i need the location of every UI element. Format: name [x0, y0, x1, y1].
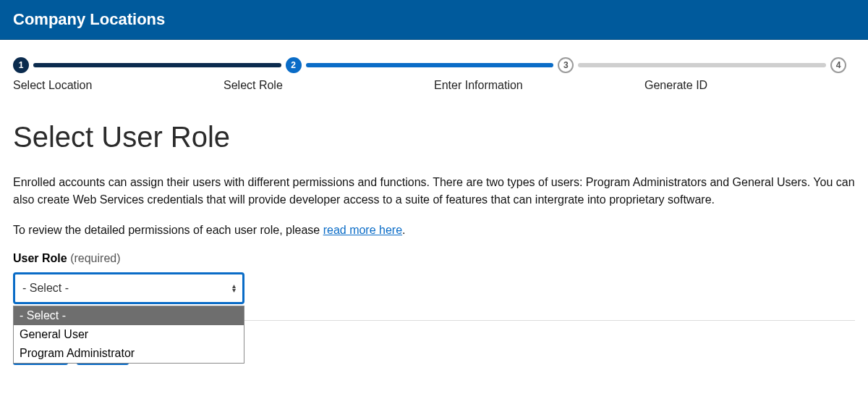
user-role-select-value: - Select -	[22, 282, 69, 295]
intro-paragraph-2: To review the detailed permissions of ea…	[13, 222, 855, 239]
intro-paragraph-2-prefix: To review the detailed permissions of ea…	[13, 224, 323, 236]
step-1-label: Select Location	[13, 79, 224, 92]
user-role-option-general-user[interactable]: General User	[14, 325, 244, 344]
progress-stepper-labels: Select Location Select Role Enter Inform…	[13, 79, 855, 92]
step-3-label: Enter Information	[434, 79, 644, 92]
step-4-circle: 4	[830, 57, 846, 73]
step-1-bar	[33, 63, 281, 67]
user-role-dropdown: - Select - General User Program Administ…	[13, 306, 244, 364]
step-2-circle: 2	[286, 57, 302, 73]
page-header: Company Locations	[0, 0, 868, 40]
user-role-label-text: User Role	[13, 252, 67, 264]
user-role-required: (required)	[70, 252, 120, 264]
user-role-select[interactable]: - Select -	[13, 272, 244, 304]
step-4-label: Generate ID	[644, 79, 855, 92]
step-2-bar	[306, 63, 554, 67]
step-3-circle: 3	[558, 57, 574, 73]
intro-paragraph-1: Enrolled accounts can assign their users…	[13, 174, 855, 209]
page-header-title: Company Locations	[13, 10, 165, 28]
page-title: Select User Role	[13, 121, 855, 154]
step-2-label: Select Role	[224, 79, 434, 92]
step-3-bar	[578, 63, 826, 67]
intro-paragraph-2-suffix: .	[402, 224, 405, 236]
read-more-link[interactable]: read more here	[323, 224, 402, 236]
user-role-option-select[interactable]: - Select -	[14, 306, 244, 325]
step-1-circle: 1	[13, 57, 29, 73]
user-role-label: User Role (required)	[13, 252, 855, 265]
progress-stepper: 1 2 3 4	[13, 57, 855, 73]
user-role-option-program-administrator[interactable]: Program Administrator	[14, 344, 244, 363]
